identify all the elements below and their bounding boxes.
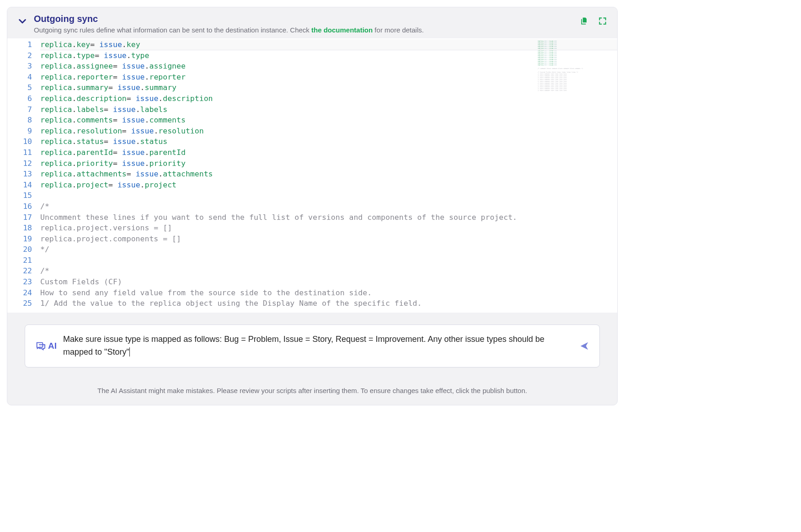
ai-label: AI <box>35 341 57 351</box>
code-content[interactable]: replica.key = issue.keyreplica.type = is… <box>40 38 535 313</box>
header-text: Outgoing sync Outgoing sync rules define… <box>34 14 580 34</box>
ai-send-button[interactable] <box>579 341 589 351</box>
collapse-toggle[interactable] <box>17 16 27 27</box>
header-actions <box>580 16 607 26</box>
send-icon <box>579 341 589 351</box>
panel-subtitle: Outgoing sync rules define what informat… <box>34 26 580 34</box>
ai-prompt-input[interactable]: Make sure issue type is mapped as follow… <box>63 333 573 359</box>
ai-prompt-bar: AI Make sure issue type is mapped as fol… <box>25 325 600 367</box>
panel-header: Outgoing sync Outgoing sync rules define… <box>7 7 617 38</box>
documents-icon <box>580 16 589 26</box>
code-editor[interactable]: 1234567891011121314151617181920212223242… <box>7 38 617 313</box>
minimap[interactable]: replica.xxx = issue.xxx replica.xxx = is… <box>535 38 617 313</box>
fullscreen-button[interactable] <box>598 16 607 26</box>
text-cursor <box>129 347 130 356</box>
line-gutter: 1234567891011121314151617181920212223242… <box>7 38 40 313</box>
sync-panel: Outgoing sync Outgoing sync rules define… <box>7 7 618 405</box>
copy-button[interactable] <box>580 16 589 26</box>
fullscreen-icon <box>598 16 607 26</box>
documentation-link[interactable]: the documentation <box>311 26 373 34</box>
chevron-down-icon <box>17 16 27 27</box>
ai-disclaimer: The AI Assistant might make mistakes. Pl… <box>7 382 617 404</box>
panel-title: Outgoing sync <box>34 14 580 24</box>
chat-icon <box>35 341 45 351</box>
